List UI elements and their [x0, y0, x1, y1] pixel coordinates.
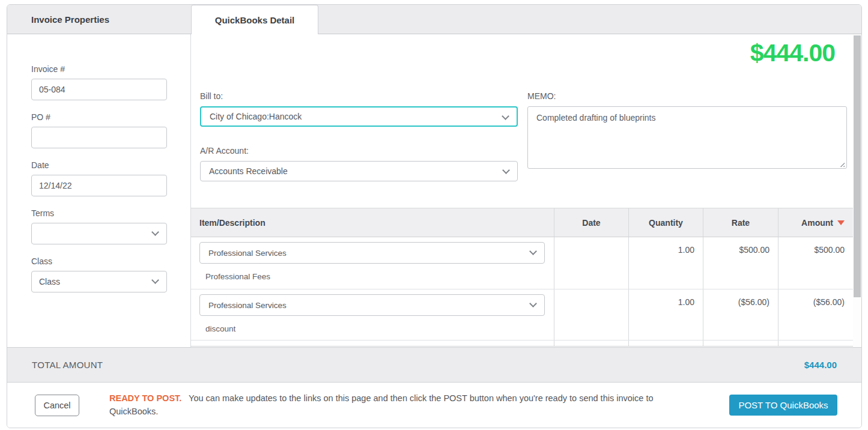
header-amount[interactable]: Amount [778, 208, 853, 237]
tab-bar: QuickBooks Detail [191, 5, 861, 34]
chevron-down-icon [151, 228, 159, 236]
ready-message: READY TO POST. You can make updates to t… [109, 392, 686, 419]
table-row: Professional Services discount 1.00 ($56… [191, 289, 853, 341]
ready-instructions: You can make updates to the links on thi… [109, 393, 653, 416]
class-select-value: Class [39, 277, 60, 286]
top-bar: Invoice Properties QuickBooks Detail [7, 5, 861, 34]
chevron-down-icon [151, 276, 159, 284]
ar-account-select-value: Accounts Receivable [209, 166, 288, 176]
table-row: Professional Services Professional Fees … [191, 237, 853, 289]
header-date[interactable]: Date [554, 208, 628, 237]
tab-quickbooks-detail[interactable]: QuickBooks Detail [191, 5, 318, 34]
chevron-down-icon [502, 166, 510, 174]
vertical-scrollbar[interactable] [853, 34, 861, 347]
cell-amount: $500.00 [778, 237, 853, 289]
header-rate[interactable]: Rate [703, 208, 778, 237]
invoice-post-window: Invoice Properties QuickBooks Detail Inv… [7, 4, 862, 428]
item-select[interactable]: Professional Services [199, 242, 545, 264]
invoice-properties-title: Invoice Properties [31, 14, 109, 25]
item-select-value: Professional Services [208, 301, 287, 310]
ar-account-select[interactable]: Accounts Receivable [200, 161, 518, 181]
scrollbar-thumb[interactable] [854, 35, 861, 297]
terms-select[interactable] [31, 223, 167, 244]
bill-to-select[interactable]: City of Chicago:Hancock [200, 106, 518, 127]
cell-rate: ($56.00) [703, 289, 778, 340]
total-amount-bar: TOTAL AMOUNT $444.00 [7, 347, 861, 383]
ready-status: READY TO POST. [109, 393, 181, 403]
class-label: Class [31, 256, 167, 266]
total-amount-value: $444.00 [804, 360, 837, 370]
item-select-value: Professional Services [208, 249, 287, 258]
item-select[interactable]: Professional Services [199, 294, 545, 316]
invoice-number-field[interactable] [31, 79, 167, 100]
quickbooks-detail-panel: $444.00 Bill to: City of Chicago:Hancock… [191, 34, 861, 347]
cell-quantity: 1.00 [628, 237, 703, 289]
cell-rate: $500.00 [703, 237, 778, 289]
cell-date [554, 237, 628, 289]
invoice-properties-header: Invoice Properties [7, 5, 191, 34]
item-description: discount [205, 324, 545, 333]
terms-label: Terms [31, 208, 167, 218]
po-number-label: PO # [31, 112, 167, 122]
line-items-table: Item/Description Date Quantity Rate Amou… [191, 208, 853, 347]
cell-quantity: 1.00 [628, 289, 703, 340]
date-label: Date [31, 160, 167, 170]
invoice-properties-panel: Invoice # PO # Date Terms Class [7, 34, 191, 347]
po-number-field[interactable] [31, 127, 167, 148]
item-description: Professional Fees [205, 272, 545, 281]
invoice-total-display: $444.00 [750, 39, 835, 67]
cancel-button[interactable]: Cancel [35, 395, 79, 416]
date-field[interactable] [31, 175, 167, 196]
header-quantity[interactable]: Quantity [628, 208, 703, 237]
class-select[interactable]: Class [31, 271, 167, 292]
table-row-clipped [191, 341, 853, 347]
invoice-number-label: Invoice # [31, 64, 167, 74]
content-area: Invoice # PO # Date Terms Class [7, 34, 861, 347]
memo-label: MEMO: [527, 91, 847, 101]
bill-to-label: Bill to: [200, 91, 518, 101]
memo-field[interactable]: Completed drafting of blueprints [527, 106, 847, 169]
sort-desc-icon [837, 220, 845, 225]
chevron-down-icon [529, 300, 537, 307]
chevron-down-icon [529, 247, 537, 255]
chevron-down-icon [502, 112, 509, 120]
total-amount-label: TOTAL AMOUNT [32, 360, 103, 370]
bill-to-select-value: City of Chicago:Hancock [210, 112, 302, 121]
header-item-description: Item/Description [191, 208, 554, 237]
cell-amount: ($56.00) [778, 289, 853, 340]
action-footer: Cancel READY TO POST. You can make updat… [7, 383, 861, 428]
post-to-quickbooks-button[interactable]: POST TO QuickBooks [729, 395, 837, 416]
cell-date [554, 289, 628, 340]
table-header-row: Item/Description Date Quantity Rate Amou… [191, 208, 853, 237]
ar-account-label: A/R Account: [200, 146, 518, 156]
